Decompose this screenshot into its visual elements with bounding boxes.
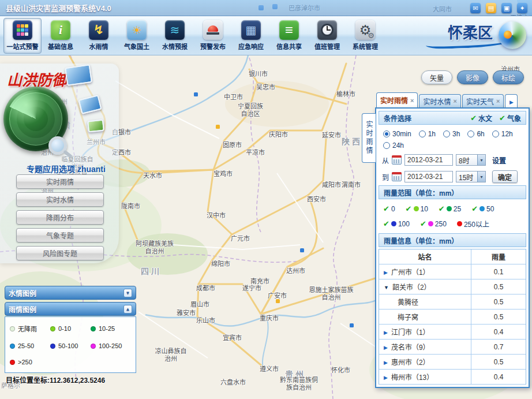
table-row[interactable]: 韶关市（2） 0.5 bbox=[379, 279, 526, 294]
mail-icon[interactable] bbox=[470, 3, 481, 13]
map-label: 中卫市 bbox=[224, 92, 243, 101]
radio-icon bbox=[383, 130, 390, 137]
station-name: 梅州市（13） bbox=[391, 372, 433, 382]
toolbar-item-onestop-warning[interactable]: 一站式预警 bbox=[3, 18, 42, 54]
menu-item-risk-map-topic[interactable]: 风险图专题 bbox=[16, 246, 104, 260]
tools-icon[interactable] bbox=[517, 3, 527, 13]
range-title: 雨量范围（单位：mm） bbox=[384, 188, 458, 197]
map-label: 平凉市 bbox=[246, 147, 265, 156]
confirm-button[interactable]: 确定 bbox=[492, 170, 518, 183]
tab-realtime-rain[interactable]: 实时雨情 bbox=[376, 92, 418, 107]
map-label: 天水市 bbox=[143, 170, 162, 180]
range-option-over-250[interactable]: 250以上 bbox=[457, 219, 489, 229]
range-option-0[interactable]: 0 bbox=[383, 204, 395, 213]
menu-item-rain-distribution[interactable]: 降雨分布 bbox=[16, 210, 104, 225]
duration-6h-radio[interactable]: 6h bbox=[467, 130, 484, 138]
menu-item-realtime-rain[interactable]: 实时雨情 bbox=[16, 174, 104, 189]
legend-item: >250 bbox=[10, 359, 50, 366]
expand-toggle-icon[interactable] bbox=[123, 289, 132, 297]
from-hour-select[interactable]: 8时 bbox=[456, 154, 486, 166]
toolbar-item-water-forecast[interactable]: ≋ 水情预报 bbox=[156, 18, 194, 54]
filter-hydrology-checkbox[interactable]: 水文 bbox=[470, 113, 492, 123]
toolbar-item-label: 基础信息 bbox=[48, 42, 73, 51]
tab-scroll-right-button[interactable] bbox=[505, 94, 518, 107]
table-child-row[interactable]: 黄腾径 0.5 bbox=[379, 294, 526, 309]
close-icon[interactable] bbox=[453, 98, 456, 105]
vector-view-button[interactable]: 矢量 bbox=[421, 70, 452, 84]
expand-arrow-icon[interactable] bbox=[384, 358, 388, 366]
toolbar-item-info-share[interactable]: ≡ 信息共享 bbox=[270, 18, 308, 54]
to-date-input[interactable] bbox=[404, 171, 453, 182]
collapse-toggle-icon[interactable] bbox=[123, 305, 132, 314]
toolbar-item-basic-info[interactable]: i 基础信息 bbox=[42, 18, 80, 54]
collapse-arrow-icon[interactable] bbox=[384, 283, 389, 291]
range-option-50[interactable]: 50 bbox=[471, 204, 494, 213]
table-row[interactable]: 广州市（1） 0.1 bbox=[379, 264, 526, 279]
settings-link[interactable]: 设置 bbox=[492, 155, 506, 165]
menu-item-weather-topic[interactable]: 气象专题 bbox=[16, 228, 104, 243]
from-date-input[interactable] bbox=[404, 154, 453, 166]
toolbar-item-label: 气象国土 bbox=[124, 42, 149, 51]
monitor-icon[interactable] bbox=[501, 3, 512, 13]
toolbar-item-warning-publish[interactable]: 预警发布 bbox=[194, 18, 232, 54]
duration-3h-radio[interactable]: 3h bbox=[443, 130, 460, 138]
table-row[interactable]: 茂名市（9） 0.7 bbox=[379, 340, 526, 355]
toolbar-item-emergency-response[interactable]: ▦ 应急响应 bbox=[232, 18, 270, 54]
table-row[interactable]: 梅州市（13） 0.4 bbox=[379, 370, 526, 385]
map-label: 汉中市 bbox=[207, 210, 226, 219]
close-icon[interactable] bbox=[410, 97, 414, 104]
range-option-10[interactable]: 10 bbox=[406, 204, 428, 213]
monitor-screen-icon bbox=[78, 95, 102, 114]
expand-arrow-icon[interactable] bbox=[384, 268, 388, 276]
map-label: 六盘水市 bbox=[220, 377, 246, 386]
vertical-tab-realtime-rain[interactable]: 实时雨情 bbox=[362, 113, 376, 163]
calendar-icon[interactable] bbox=[392, 172, 402, 181]
rain-legend-header[interactable]: 雨情图例 bbox=[5, 302, 136, 316]
table-row[interactable]: 江门市（1） 0.4 bbox=[379, 325, 526, 340]
expand-arrow-icon[interactable] bbox=[384, 328, 388, 336]
tab-realtime-weather[interactable]: 实时天气 bbox=[462, 94, 504, 107]
calendar-icon[interactable] bbox=[392, 155, 402, 165]
rain-value: 0.5 bbox=[471, 313, 526, 321]
plot-tool-button[interactable]: 标绘 bbox=[493, 70, 524, 84]
table-row[interactable]: 惠州市（2） 0.5 bbox=[379, 355, 526, 370]
legend-item: 10-25 bbox=[91, 324, 131, 333]
rain-value: 0.5 bbox=[471, 283, 526, 291]
duration-1h-radio[interactable]: 1h bbox=[419, 130, 436, 138]
imagery-view-button[interactable]: 影像 bbox=[457, 70, 488, 84]
range-option-250[interactable]: 250 bbox=[420, 219, 447, 229]
duration-options-row: 30min 1h 3h 6h 12h bbox=[379, 126, 526, 139]
duration-options-row: 24h bbox=[379, 139, 526, 152]
close-icon[interactable] bbox=[496, 98, 500, 105]
chevron-right-icon bbox=[509, 96, 514, 106]
range-color-dot bbox=[447, 206, 452, 211]
table-child-row[interactable]: 梅子窝 0.5 bbox=[379, 309, 526, 325]
realtime-panel: 实时雨情 实时水情 实时天气 实时雨情 条件选择 水文 气象 bbox=[375, 92, 530, 388]
folder-icon[interactable] bbox=[486, 3, 496, 13]
range-option-100[interactable]: 100 bbox=[383, 219, 410, 229]
to-hour-select[interactable]: 15时 bbox=[456, 171, 486, 182]
check-icon bbox=[406, 204, 412, 213]
filter-meteorology-checkbox[interactable]: 气象 bbox=[499, 113, 521, 123]
range-option-25[interactable]: 25 bbox=[439, 204, 461, 213]
duration-30min-radio[interactable]: 30min bbox=[383, 130, 411, 138]
menu-item-realtime-water[interactable]: 实时水情 bbox=[16, 192, 104, 207]
expand-arrow-icon[interactable] bbox=[384, 373, 388, 381]
toolbar-item-system-management[interactable]: ⚙ 系统管理 bbox=[346, 18, 384, 54]
tab-label: 实时水情 bbox=[423, 96, 451, 106]
rain-value: 0.7 bbox=[471, 343, 526, 351]
legend-dot bbox=[50, 344, 55, 349]
to-label: 到 bbox=[382, 172, 389, 182]
app-title: 县级山洪灾害监测预警系统V4.0 bbox=[0, 2, 111, 13]
duration-12h-radio[interactable]: 12h bbox=[492, 130, 513, 138]
toolbar-item-rain-water[interactable]: ↯ 水雨情 bbox=[80, 18, 118, 54]
water-legend-header[interactable]: 水情图例 bbox=[5, 286, 136, 300]
toolbar-item-duty-management[interactable]: 值班管理 bbox=[308, 18, 346, 54]
map-province-label: 陕西 bbox=[342, 135, 362, 147]
expand-arrow-icon[interactable] bbox=[384, 343, 388, 351]
map-label: 榆林市 bbox=[336, 89, 355, 98]
duration-24h-radio[interactable]: 24h bbox=[383, 141, 404, 150]
tab-realtime-water[interactable]: 实时水情 bbox=[419, 94, 460, 107]
rain-legend-title: 雨情图例 bbox=[9, 304, 36, 314]
toolbar-item-meteo-land[interactable]: ☀ 气象国土 bbox=[118, 18, 156, 54]
